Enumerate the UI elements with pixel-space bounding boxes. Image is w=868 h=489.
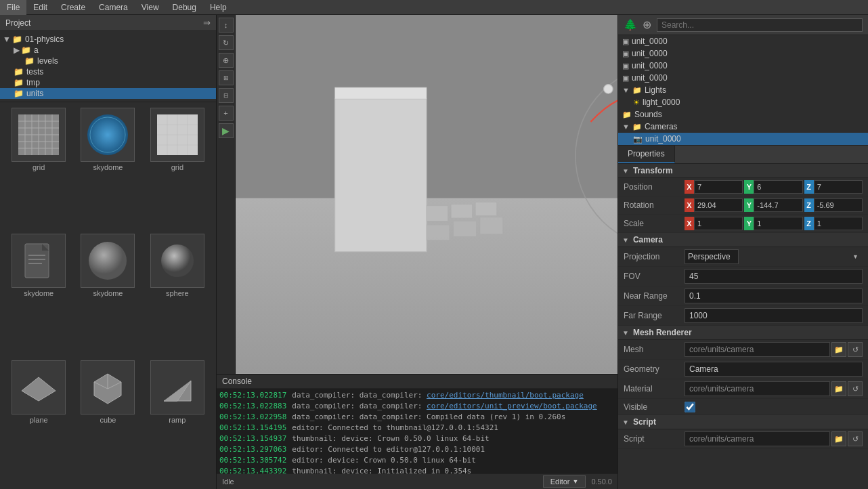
- scene-item-cameras[interactable]: ▼ 📁 Cameras: [618, 121, 868, 133]
- asset-cube[interactable]: cube: [74, 360, 141, 484]
- asset-thumbnail-file: [12, 234, 66, 288]
- project-arrange-icon[interactable]: ⇒: [203, 18, 211, 28]
- mesh-reset-btn[interactable]: ↺: [848, 342, 863, 357]
- scene-tree: ▣ unit_0000 ▣ unit_0000 ▣ unit_0000 ▣ un…: [618, 35, 868, 146]
- script-input[interactable]: [685, 431, 830, 446]
- asset-skydome-gray[interactable]: skydome: [74, 234, 141, 357]
- material-input[interactable]: [685, 381, 830, 396]
- far-range-label: Far Range: [624, 311, 685, 320]
- rotation-y-input[interactable]: [754, 198, 802, 212]
- scene-item-unit3[interactable]: ▣ unit_0000: [618, 60, 868, 72]
- svg-rect-36: [335, 99, 427, 252]
- tree-item-tests[interactable]: 📁 tests: [0, 66, 216, 77]
- asset-skydome-file[interactable]: skydome: [5, 234, 72, 357]
- mesh-icon: ▣: [622, 49, 629, 58]
- scene-item-sounds[interactable]: 📁 Sounds: [618, 108, 868, 121]
- position-x-input[interactable]: [694, 180, 743, 194]
- editor-button[interactable]: Editor ▼: [543, 475, 586, 488]
- menu-edit[interactable]: Edit: [26, 0, 54, 15]
- console-line: 00:52:13.022817 data_compiler: data_comp…: [219, 390, 615, 401]
- menu-help[interactable]: Help: [203, 0, 234, 15]
- console-link[interactable]: core/editors/unit_preview/boot.package: [427, 402, 597, 410]
- asset-sphere[interactable]: sphere: [144, 234, 211, 357]
- geometry-input[interactable]: [685, 362, 863, 377]
- tree-item-units[interactable]: 📁 units: [0, 88, 216, 99]
- scene-item-lights[interactable]: ▼ 📁 Lights: [618, 84, 868, 96]
- fov-row: FOV: [618, 267, 868, 286]
- svg-point-26: [161, 244, 194, 277]
- tree-item-levels[interactable]: 📁 levels: [0, 56, 216, 66]
- menu-camera[interactable]: Camera: [92, 0, 135, 15]
- script-folder-btn[interactable]: 📁: [831, 431, 846, 446]
- console-link[interactable]: core/editors/thumbnail/boot.package: [427, 391, 584, 400]
- scene-item-unit2[interactable]: ▣ unit_0000: [618, 47, 868, 60]
- scene-item-light0000[interactable]: ☀ light_0000: [618, 96, 868, 108]
- scene-item-unit1[interactable]: ▣ unit_0000: [618, 35, 868, 47]
- tree-item-01-physics[interactable]: ▼ 📁 01-physics: [0, 34, 216, 45]
- tree-item-tmp[interactable]: 📁 tmp: [0, 77, 216, 88]
- asset-plane[interactable]: plane: [5, 360, 72, 484]
- tab-properties[interactable]: Properties: [618, 146, 675, 163]
- position-y-input[interactable]: [754, 180, 802, 194]
- tool-grid[interactable]: ⊞: [219, 70, 234, 85]
- layers-icon[interactable]: ⊕: [643, 18, 651, 31]
- tool-scale[interactable]: ⊕: [219, 53, 234, 68]
- asset-skydome-blue[interactable]: skydome: [74, 108, 141, 231]
- svg-point-46: [604, 85, 613, 94]
- console-content[interactable]: 00:52:13.022817 data_compiler: data_comp…: [217, 389, 617, 473]
- far-range-input[interactable]: [685, 308, 863, 323]
- scene-item-label: light_0000: [643, 98, 680, 107]
- console-time: 00:52:13.022883: [219, 401, 286, 412]
- script-reset-btn[interactable]: ↺: [848, 431, 863, 446]
- viewport[interactable]: [236, 15, 617, 374]
- menu-create[interactable]: Create: [54, 0, 92, 15]
- scale-label: Scale: [624, 219, 685, 228]
- tool-rotate[interactable]: ↻: [219, 35, 234, 50]
- console-line: 00:52:13.022883 data_compiler: data_comp…: [219, 401, 615, 412]
- near-range-input[interactable]: [685, 289, 863, 303]
- menu-debug[interactable]: Debug: [166, 0, 203, 15]
- scene-item-camera-unit[interactable]: 📷 unit_0000: [618, 133, 868, 145]
- fov-input[interactable]: [685, 269, 863, 284]
- material-row: Material 📁 ↺: [618, 379, 868, 399]
- mesh-renderer-section-header[interactable]: ▼ Mesh Renderer: [618, 326, 868, 340]
- folder-icon: 📁: [24, 56, 35, 66]
- tool-grid2[interactable]: ⊟: [219, 88, 234, 103]
- script-section-header[interactable]: ▼ Script: [618, 415, 868, 429]
- material-folder-btn[interactable]: 📁: [831, 381, 846, 396]
- rotation-x-input[interactable]: [694, 198, 743, 212]
- play-button[interactable]: ▶: [219, 123, 234, 138]
- camera-section-header[interactable]: ▼ Camera: [618, 233, 868, 247]
- asset-grid[interactable]: grid: [5, 108, 72, 231]
- scale-z-input[interactable]: [814, 217, 863, 230]
- mesh-input[interactable]: [685, 342, 830, 357]
- material-reset-btn[interactable]: ↺: [848, 381, 863, 396]
- tree-item-a[interactable]: ▶ 📁 a: [0, 45, 216, 56]
- rotation-y-field: Y: [744, 198, 802, 212]
- folder-icon: 📁: [632, 123, 642, 131]
- console-time: 00:52:13.154937: [219, 433, 286, 444]
- rotation-z-input[interactable]: [814, 198, 863, 212]
- asset-ramp[interactable]: ramp: [144, 360, 211, 484]
- visible-checkbox[interactable]: [685, 402, 695, 412]
- projection-select[interactable]: Perspective Orthographic: [685, 249, 739, 264]
- scene-search-input[interactable]: [657, 18, 863, 32]
- scale-x-field: X: [685, 217, 743, 230]
- canvas-area: ↕ ↻ ⊕ ⊞ ⊟ + ▶: [217, 15, 617, 374]
- scene-tree-icon[interactable]: 🌲: [624, 18, 637, 31]
- position-z-input[interactable]: [814, 180, 863, 194]
- transform-section-header[interactable]: ▼ Transform: [618, 164, 868, 178]
- scale-y-input[interactable]: [754, 217, 802, 230]
- asset-grid-white[interactable]: grid: [144, 108, 211, 231]
- scene-item-unit4[interactable]: ▣ unit_0000: [618, 72, 868, 84]
- right-panel: 🌲 ⊕ ▣ unit_0000 ▣ unit_0000 ▣ unit_0000: [617, 15, 868, 489]
- menu-view[interactable]: View: [135, 0, 166, 15]
- asset-thumbnail-ramp: [150, 360, 204, 414]
- chevron-down-icon: ▼: [622, 123, 630, 131]
- near-range-label: Near Range: [624, 291, 685, 301]
- tool-snap[interactable]: +: [219, 106, 234, 121]
- mesh-folder-btn[interactable]: 📁: [831, 342, 846, 357]
- tool-move[interactable]: ↕: [219, 18, 234, 33]
- scale-x-input[interactable]: [694, 217, 743, 230]
- menu-file[interactable]: File: [0, 0, 26, 15]
